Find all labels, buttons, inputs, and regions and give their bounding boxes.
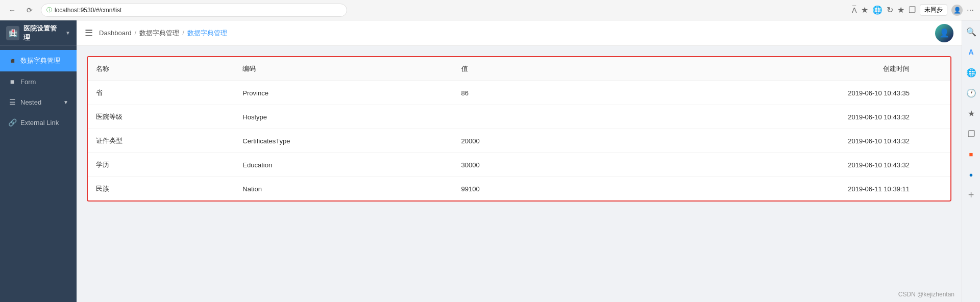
cell-name-2: 证件类型	[88, 129, 234, 153]
col-header-code: 编码	[234, 57, 453, 81]
cell-created-3: 2019-06-10 10:43:32	[572, 153, 950, 177]
main-content: ☰ Dashboard / 数据字典管理 / 数据字典管理 👤 名称 编码	[77, 20, 962, 302]
breadcrumb-sep-1: /	[135, 29, 137, 37]
sidebar-item-nested[interactable]: ☰ Nested ▼	[0, 92, 77, 112]
sidebar-item-dict[interactable]: ◾ 数据字典管理	[0, 50, 77, 71]
table-row[interactable]: 医院等级 Hostype 2019-06-10 10:43:32	[88, 105, 950, 129]
sidebar: 🏥 医院设置管理 ▼ ◾ 数据字典管理 ■ Form ☰ Nested ▼ 🔗 …	[0, 20, 77, 302]
table-header-row: 名称 编码 值 创建时间	[88, 57, 950, 81]
cell-code-3: Education	[234, 153, 453, 177]
app-container: 🏥 医院设置管理 ▼ ◾ 数据字典管理 ■ Form ☰ Nested ▼ 🔗 …	[0, 20, 980, 302]
sidebar-item-form[interactable]: ■ Form	[0, 71, 77, 92]
browser-right-actions: A̅ ★ 🌐 ↻ ★ ❐ 未同步 👤 ⋯	[852, 4, 974, 16]
table-row[interactable]: 省 Province 86 2019-06-10 10:43:35	[88, 81, 950, 105]
sidebar-item-external-label: External Link	[20, 119, 59, 127]
refresh-ext-icon[interactable]: ↻	[887, 5, 893, 15]
right-office-icon[interactable]: ■	[964, 147, 978, 161]
breadcrumb-dict-mgmt[interactable]: 数据字典管理	[139, 29, 179, 38]
browser-bar: ← ⟳ ⓘ localhost:9530/#/cmn/list A̅ ★ 🌐 ↻…	[0, 0, 980, 20]
cell-value-1	[453, 105, 572, 129]
right-add-icon[interactable]: +	[964, 188, 978, 202]
browser-user-avatar[interactable]: 👤	[951, 5, 963, 16]
right-panel: 🔍 A 🌐 🕐 ★ ❐ ■ ● +	[962, 20, 980, 302]
cell-created-1: 2019-06-10 10:43:32	[572, 105, 950, 129]
secure-icon: ⓘ	[46, 6, 52, 14]
breadcrumb-sep-2: /	[182, 29, 184, 37]
data-table-container: 名称 编码 值 创建时间 省 Province 86 2019-06-10 10…	[87, 56, 951, 202]
right-star-icon[interactable]: ★	[964, 106, 978, 120]
cell-code-0: Province	[234, 81, 453, 105]
sidebar-item-dict-label: 数据字典管理	[20, 56, 60, 65]
col-header-name: 名称	[88, 57, 234, 81]
breadcrumb-current: 数据字典管理	[187, 29, 227, 38]
right-collections-icon[interactable]: ❐	[964, 127, 978, 141]
logo-text: 医院设置管理	[23, 24, 61, 42]
breadcrumb: Dashboard / 数据字典管理 / 数据字典管理	[99, 29, 227, 38]
translate-icon[interactable]: A̅	[852, 6, 857, 14]
logo-icon: 🏥	[6, 26, 19, 40]
col-header-created: 创建时间	[572, 57, 950, 81]
col-header-value: 值	[453, 57, 572, 81]
right-outlook-icon[interactable]: ●	[964, 167, 978, 182]
external-link-icon: 🔗	[8, 118, 16, 127]
sync-button[interactable]: 未同步	[920, 4, 947, 16]
address-bar[interactable]: ⓘ localhost:9530/#/cmn/list	[41, 4, 347, 17]
cell-value-2: 20000	[453, 129, 572, 153]
right-search-icon[interactable]: 🔍	[964, 24, 978, 39]
breadcrumb-dashboard[interactable]: Dashboard	[99, 29, 132, 37]
right-clock-icon[interactable]: 🕐	[964, 86, 978, 100]
collections-icon[interactable]: ❐	[909, 5, 916, 15]
logo-arrow-icon: ▼	[65, 30, 70, 36]
header-right: 👤	[935, 24, 953, 42]
right-earth-icon[interactable]: 🌐	[964, 65, 978, 80]
cell-value-4: 99100	[453, 177, 572, 201]
nav-back-button[interactable]: ←	[6, 4, 18, 16]
top-header: ☰ Dashboard / 数据字典管理 / 数据字典管理 👤	[77, 20, 962, 46]
nav-refresh-button[interactable]: ⟳	[23, 4, 36, 16]
cell-created-0: 2019-06-10 10:43:35	[572, 81, 950, 105]
cell-created-4: 2019-06-11 10:39:11	[572, 177, 950, 201]
table-row[interactable]: 民族 Nation 99100 2019-06-11 10:39:11	[88, 177, 950, 201]
extension-icon[interactable]: ★	[861, 5, 868, 15]
table-row[interactable]: 证件类型 CertificatesType 20000 2019-06-10 1…	[88, 129, 950, 153]
dict-icon: ◾	[8, 57, 16, 65]
sidebar-item-external[interactable]: 🔗 External Link	[0, 112, 77, 133]
table-row[interactable]: 学历 Education 30000 2019-06-10 10:43:32	[88, 153, 950, 177]
cell-created-2: 2019-06-10 10:43:32	[572, 129, 950, 153]
cell-name-0: 省	[88, 81, 234, 105]
browser-more-button[interactable]: ⋯	[967, 6, 974, 14]
sidebar-item-form-label: Form	[20, 78, 36, 86]
cell-value-3: 30000	[453, 153, 572, 177]
earth-icon[interactable]: 🌐	[872, 5, 883, 15]
right-translate-icon[interactable]: A	[964, 45, 978, 59]
sidebar-logo[interactable]: 🏥 医院设置管理 ▼	[0, 20, 77, 46]
cell-name-4: 民族	[88, 177, 234, 201]
footer-text: CSDN @kejizhentan	[898, 291, 954, 298]
fav-icon[interactable]: ★	[897, 5, 904, 15]
form-icon: ■	[8, 78, 16, 86]
sidebar-nav: ◾ 数据字典管理 ■ Form ☰ Nested ▼ 🔗 External Li…	[0, 46, 77, 302]
cell-code-4: Nation	[234, 177, 453, 201]
user-avatar[interactable]: 👤	[935, 24, 953, 42]
sidebar-item-nested-label: Nested	[20, 98, 41, 106]
cell-value-0: 86	[453, 81, 572, 105]
cell-code-1: Hostype	[234, 105, 453, 129]
cell-name-3: 学历	[88, 153, 234, 177]
nested-icon: ☰	[8, 98, 16, 106]
cell-code-2: CertificatesType	[234, 129, 453, 153]
page-area: 名称 编码 值 创建时间 省 Province 86 2019-06-10 10…	[77, 46, 962, 302]
nested-arrow-icon: ▼	[63, 99, 68, 105]
hamburger-button[interactable]: ☰	[85, 28, 93, 39]
url-text: localhost:9530/#/cmn/list	[55, 7, 121, 14]
data-table: 名称 编码 值 创建时间 省 Province 86 2019-06-10 10…	[88, 57, 950, 200]
cell-name-1: 医院等级	[88, 105, 234, 129]
